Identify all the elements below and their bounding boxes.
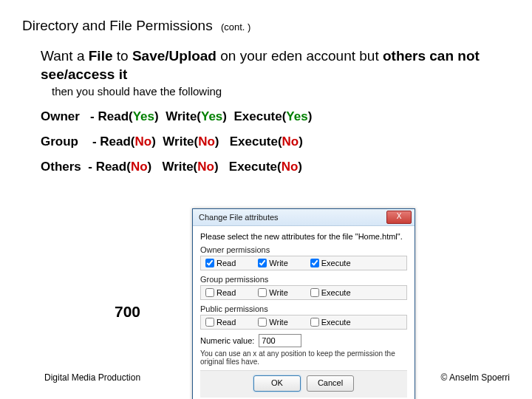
execute: Execute [229, 160, 277, 174]
label: Execute [321, 318, 351, 327]
group-write[interactable]: Write [258, 288, 287, 297]
owner-group-label: Owner permissions [200, 245, 407, 254]
no: No [198, 134, 215, 149]
owner-execute[interactable]: Execute [310, 259, 351, 267]
slide-title: Directory and File Permissions (cont. ) [22, 18, 510, 34]
dash: - [89, 134, 100, 149]
write: Write [162, 160, 193, 174]
group-execute[interactable]: Execute [310, 288, 351, 297]
public-execute[interactable]: Execute [310, 318, 351, 327]
dash: - [85, 160, 96, 174]
perm-group: Group - Read(No) Write(No) Execute(No) [41, 134, 510, 149]
txt: to [113, 48, 132, 64]
write: Write [166, 109, 197, 123]
txt: Save/Upload [132, 48, 216, 64]
owner-execute-checkbox[interactable] [310, 259, 319, 267]
write: Write [163, 134, 194, 149]
cancel-button[interactable]: Cancel [307, 375, 354, 392]
no: No [197, 160, 214, 174]
group-read-checkbox[interactable] [205, 288, 214, 297]
label: Write [269, 318, 287, 327]
owner-write[interactable]: Write [258, 259, 287, 267]
no: No [135, 134, 152, 149]
perm-others: Others - Read(No) Write(No) Execute(No) [41, 160, 510, 174]
numeric-label: Numeric value: [200, 336, 254, 345]
label: Read [216, 259, 236, 267]
no: No [282, 134, 299, 149]
owner-write-checkbox[interactable] [258, 259, 267, 267]
owner-permissions-row: Read Write Execute [200, 256, 407, 270]
label: Read [216, 288, 236, 297]
label: Execute [321, 288, 351, 297]
execute: Execute [230, 134, 278, 149]
execute: Execute [233, 109, 282, 123]
yes: Yes [133, 109, 154, 123]
numeric-700: 700 [115, 303, 140, 321]
dialog-title: Change File attributes [199, 213, 279, 222]
group-execute-checkbox[interactable] [310, 288, 319, 297]
txt: Want a [41, 48, 89, 64]
close-button[interactable]: X [386, 211, 412, 224]
ok-button[interactable]: OK [253, 375, 301, 392]
public-read[interactable]: Read [205, 318, 236, 327]
group-read[interactable]: Read [205, 288, 236, 297]
public-write[interactable]: Write [258, 318, 287, 327]
read: Read [96, 160, 127, 174]
public-write-checkbox[interactable] [258, 318, 267, 327]
label: Execute [321, 259, 351, 267]
label: Write [269, 259, 287, 267]
yes: Yes [286, 109, 307, 123]
group-group-label: Group permissions [200, 275, 407, 284]
public-group-label: Public permissions [200, 304, 407, 313]
sub-heading: then you should have the following [52, 85, 510, 98]
public-permissions-row: Read Write Execute [200, 315, 407, 330]
label: Write [269, 288, 287, 297]
label: Read [216, 318, 236, 327]
group-permissions-row: Read Write Execute [200, 285, 407, 300]
dash: - [86, 109, 98, 123]
title-cont: (cont. ) [221, 21, 250, 33]
no: No [131, 160, 148, 174]
label: Group [41, 134, 78, 149]
dialog-instruction: Please select the new attributes for the… [200, 232, 407, 241]
public-execute-checkbox[interactable] [310, 318, 319, 327]
dialog-titlebar: Change File attributes X [193, 209, 415, 226]
main-heading: Want a File to Save/Upload on your eden … [41, 47, 510, 83]
label: Owner [41, 109, 80, 123]
numeric-hint: You can use an x at any position to keep… [200, 349, 407, 366]
numeric-input[interactable] [259, 334, 301, 347]
label: Others [41, 160, 81, 174]
yes: Yes [201, 109, 222, 123]
file-attributes-dialog: Change File attributes X Please select t… [192, 208, 415, 399]
read: Read [98, 109, 129, 123]
txt: File [89, 48, 113, 64]
owner-read-checkbox[interactable] [205, 259, 214, 267]
dialog-buttons: OK Cancel [200, 370, 407, 398]
numeric-row: Numeric value: [200, 334, 407, 347]
group-write-checkbox[interactable] [258, 288, 267, 297]
title-text: Directory and File Permissions [22, 18, 213, 33]
no: No [282, 160, 299, 174]
perm-owner: Owner - Read(Yes) Write(Yes) Execute(Yes… [41, 109, 510, 124]
owner-read[interactable]: Read [205, 259, 236, 267]
public-read-checkbox[interactable] [205, 318, 214, 327]
read: Read [100, 134, 131, 149]
txt: on your eden account but [216, 48, 383, 64]
footer-left: Digital Media Production [44, 372, 140, 383]
footer-right: © Anselm Spoerri [440, 372, 510, 383]
